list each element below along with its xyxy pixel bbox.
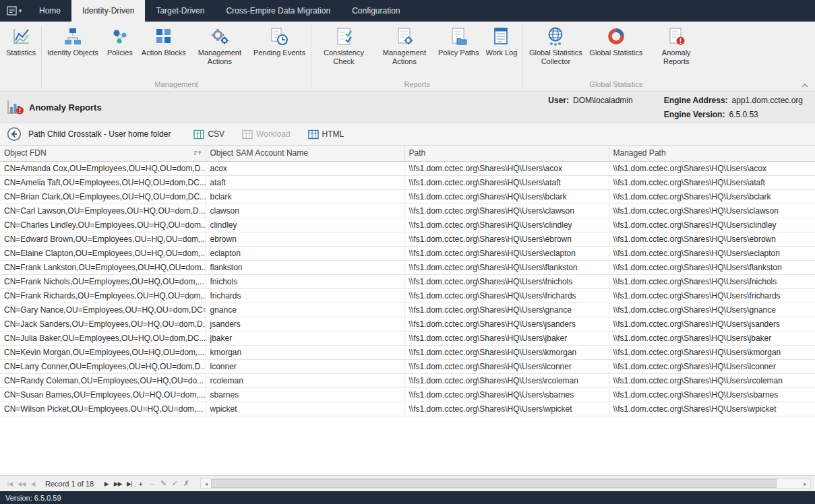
nav-post-button[interactable]: ✓ xyxy=(169,479,181,488)
nav-prev-button[interactable]: ◀ xyxy=(27,480,38,487)
cell-path: \\fs1.dom.cctec.org\Shares\HQ\Users\rcol… xyxy=(404,373,609,387)
ribbon-group-buttons: Statistics xyxy=(3,23,39,80)
table-row[interactable]: CN=Jack Sanders,OU=Employees,OU=HQ,OU=do… xyxy=(0,317,815,331)
identity-objects-button[interactable]: Identity Objects xyxy=(44,23,102,59)
scroll-left-icon[interactable]: ◂ xyxy=(201,479,211,488)
scrollbar-thumb[interactable] xyxy=(211,479,777,488)
export-html-button[interactable]: HTML xyxy=(303,127,350,141)
button-label: Global Statistics xyxy=(589,49,642,57)
table-row[interactable]: CN=Frank Lankston,OU=Employees,OU=HQ,OU=… xyxy=(0,260,815,274)
nav-prev-page-button[interactable]: ◀◀ xyxy=(16,480,27,487)
cell-object-fdn: CN=Edward Brown,OU=Employees,OU=HQ,OU=do… xyxy=(0,232,206,246)
table-row[interactable]: CN=Larry Conner,OU=Employees,OU=HQ,OU=do… xyxy=(0,359,815,373)
cell-object-fdn: CN=Charles Lindley,OU=Employees,OU=HQ,OU… xyxy=(0,218,206,232)
nav-edit-button[interactable]: ✎ xyxy=(158,479,169,488)
ribbon-group-label-empty xyxy=(3,80,39,91)
cell-path: \\fs1.dom.cctec.org\Shares\HQ\Users\fric… xyxy=(404,288,609,303)
app-menu-icon xyxy=(7,6,17,15)
export-csv-button[interactable]: CSV xyxy=(188,127,230,141)
policies-icon xyxy=(110,26,130,46)
action-blocks-button[interactable]: Action Blocks xyxy=(138,23,189,59)
cell-managed-path: \\fs1.dom.cctec.org\Shares\HQ\Users\lcon… xyxy=(609,359,815,373)
app-menu-button[interactable]: ▾ xyxy=(0,0,28,22)
line-chart-icon xyxy=(11,26,31,46)
table-row[interactable]: CN=Randy Coleman,OU=Employees,OU=HQ,OU=d… xyxy=(0,373,815,387)
global-statistics-collector-button[interactable]: Global Statistics Collector xyxy=(525,23,586,67)
document-gear-icon xyxy=(394,26,415,46)
column-header-managed-path[interactable]: Managed Path xyxy=(609,146,815,161)
column-header-label: Path xyxy=(409,148,426,158)
cell-managed-path: \\fs1.dom.cctec.org\Shares\HQ\Users\jbak… xyxy=(609,331,815,345)
nav-last-button[interactable]: ▶| xyxy=(123,480,135,487)
pending-events-button[interactable]: Pending Events xyxy=(250,23,309,59)
sort-ascending-icon xyxy=(193,150,202,156)
button-label: Identity Objects xyxy=(47,49,98,57)
button-label: Statistics xyxy=(6,49,36,57)
tab-label: Configuration xyxy=(352,6,400,15)
spacer xyxy=(548,110,632,119)
button-label: Action Blocks xyxy=(142,49,186,57)
column-header-object-sam-account-name[interactable]: Object SAM Account Name xyxy=(206,146,404,161)
cell-object-fdn: CN=Gary Nance,OU=Employees,OU=HQ,OU=dom,… xyxy=(0,303,206,317)
cell-object-fdn: CN=Frank Nichols,OU=Employees,OU=HQ,OU=d… xyxy=(0,274,206,288)
ribbon-group-label: Management xyxy=(44,80,309,91)
report-title: Path Child Crosstalk - User home folder xyxy=(28,129,171,139)
table-row[interactable]: CN=Charles Lindley,OU=Employees,OU=HQ,OU… xyxy=(0,218,815,232)
work-log-button[interactable]: Work Log xyxy=(482,23,520,59)
export-workload-button[interactable]: Workload xyxy=(237,127,295,141)
cell-path: \\fs1.dom.cctec.org\Shares\HQ\Users\ecla… xyxy=(404,246,609,260)
nav-append-button[interactable]: + xyxy=(135,480,146,488)
table-row[interactable]: CN=Julia Baker,OU=Employees,OU=HQ,OU=dom… xyxy=(0,331,815,345)
cell-object-sam-account-name: ebrown xyxy=(206,232,404,246)
table-row[interactable]: CN=Frank Nichols,OU=Employees,OU=HQ,OU=d… xyxy=(0,274,815,288)
cell-object-sam-account-name: gnance xyxy=(206,303,404,317)
table-row[interactable]: CN=Edward Brown,OU=Employees,OU=HQ,OU=do… xyxy=(0,232,815,246)
table-row[interactable]: CN=Amanda Cox,OU=Employees,OU=HQ,OU=dom,… xyxy=(0,161,815,175)
nav-first-button[interactable]: |◀ xyxy=(4,480,16,487)
management-actions-report-button[interactable]: Management Actions xyxy=(374,23,435,67)
app-title-bar: ▾ Home Identity-Driven Target-Driven Cro… xyxy=(0,0,815,22)
table-row[interactable]: CN=Wilson Picket,OU=Employees,OU=HQ,OU=d… xyxy=(0,402,815,416)
scroll-right-icon[interactable]: ▸ xyxy=(800,479,810,488)
record-navigator: |◀ ◀◀ ◀ Record 1 of 18 ▶ ▶▶ ▶| + − ✎ ✓ ✗… xyxy=(0,475,815,491)
horizontal-scrollbar[interactable]: ◂ ▸ xyxy=(200,478,811,489)
nav-next-page-button[interactable]: ▶▶ xyxy=(112,480,123,487)
user-label: User: xyxy=(548,96,569,105)
tab-identity-driven[interactable]: Identity-Driven xyxy=(71,0,145,22)
tab-target-driven[interactable]: Target-Driven xyxy=(145,0,215,22)
ribbon-group-buttons: Consistency Check Management Actions Pol… xyxy=(313,23,520,80)
tab-cross-empire-data-migration[interactable]: Cross-Empire Data Migration xyxy=(215,0,341,22)
tab-home[interactable]: Home xyxy=(28,0,71,22)
consistency-check-button[interactable]: Consistency Check xyxy=(313,23,374,67)
table-row[interactable]: CN=Amelia Taft,OU=Employees,OU=HQ,OU=dom… xyxy=(0,175,815,189)
tab-configuration[interactable]: Configuration xyxy=(341,0,411,22)
log-document-icon xyxy=(491,26,512,46)
table-row[interactable]: CN=Gary Nance,OU=Employees,OU=HQ,OU=dom,… xyxy=(0,303,815,317)
table-row[interactable]: CN=Frank Richards,OU=Employees,OU=HQ,OU=… xyxy=(0,288,815,303)
anomaly-reports-button[interactable]: Anomaly Reports xyxy=(646,23,706,67)
column-header-path[interactable]: Path xyxy=(404,146,609,161)
global-statistics-button[interactable]: Global Statistics xyxy=(586,23,646,59)
policies-button[interactable]: Policies xyxy=(102,23,138,59)
cell-object-sam-account-name: flankston xyxy=(206,260,404,274)
ribbon-separator xyxy=(522,26,523,88)
ribbon-collapse-button[interactable] xyxy=(802,84,808,88)
cell-path: \\fs1.dom.cctec.org\Shares\HQ\Users\jsan… xyxy=(404,317,609,331)
policy-paths-button[interactable]: Policy Paths xyxy=(435,23,483,59)
table-row[interactable]: CN=Elaine Clapton,OU=Employees,OU=HQ,OU=… xyxy=(0,246,815,260)
column-header-object-fdn[interactable]: Object FDN xyxy=(0,146,206,161)
button-label: HTML xyxy=(322,129,344,139)
table-row[interactable]: CN=Susan Barnes,OU=Employees,OU=HQ,OU=do… xyxy=(0,387,815,402)
button-label: Management Actions xyxy=(193,49,247,66)
table-row[interactable]: CN=Carl Lawson,OU=Employees,OU=HQ,OU=dom… xyxy=(0,203,815,218)
nav-delete-button[interactable]: − xyxy=(146,480,158,488)
statistics-button[interactable]: Statistics xyxy=(3,23,39,59)
management-actions-button[interactable]: Management Actions xyxy=(189,23,250,67)
scrollbar-track[interactable] xyxy=(211,479,800,488)
back-button[interactable] xyxy=(7,127,22,141)
table-row[interactable]: CN=Brian Clark,OU=Employees,OU=HQ,OU=dom… xyxy=(0,189,815,203)
report-table: Object FDN Object SAM Account Name Path … xyxy=(0,146,815,416)
table-row[interactable]: CN=Kevin Morgan,OU=Employees,OU=HQ,OU=do… xyxy=(0,345,815,359)
nav-cancel-button[interactable]: ✗ xyxy=(181,479,192,488)
nav-next-button[interactable]: ▶ xyxy=(100,480,112,487)
